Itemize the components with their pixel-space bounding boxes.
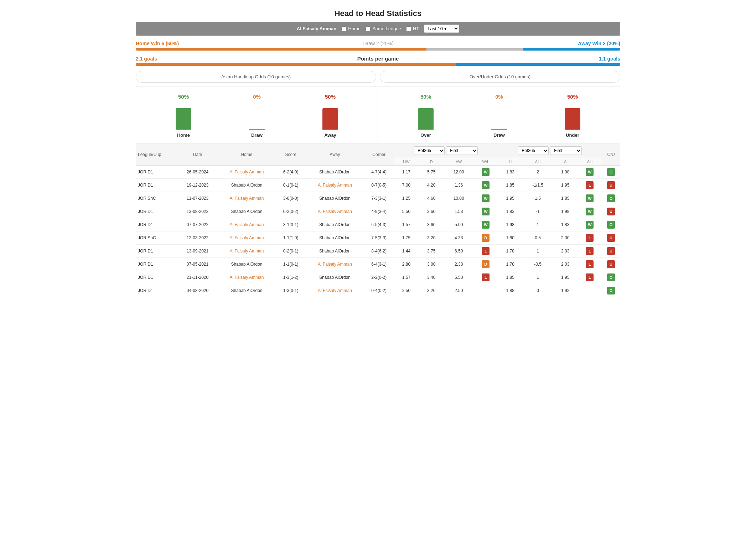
team-filter-row: Al Faisaly Amman Home Same League HT Las…	[136, 22, 620, 36]
first-select-1[interactable]: FirstSecond	[446, 146, 478, 155]
bet365-select-2[interactable]: Bet3651xBet	[518, 146, 549, 155]
cell-ah: 1.5	[523, 192, 553, 205]
table-row: JOR D1 07-05-2021 Shabab AlOrdon 1-1(0-1…	[136, 258, 620, 271]
table-row: JOR D1 13-09-2021 Al Faisaly Amman 0-2(0…	[136, 245, 620, 258]
filter-home-checkbox[interactable]	[341, 26, 346, 31]
cell-wl: W	[474, 166, 498, 179]
home-win-label: Home Win 6 (60%)	[136, 41, 179, 46]
cell-aw: 6.50	[444, 245, 474, 258]
chart-over-bar-wrap	[418, 101, 434, 130]
cell-h: 1.95	[498, 192, 523, 205]
cell-league: JOR ShC	[136, 231, 178, 245]
filter-same-league-label[interactable]: Same League	[366, 26, 401, 31]
cell-wl: W	[474, 218, 498, 231]
chart-under-bar-wrap	[565, 101, 580, 130]
cell-ah: 0	[523, 284, 553, 297]
last-select[interactable]: Last 10 ▾ Last 5 Last 20	[424, 25, 459, 33]
team-home-link[interactable]: Al Faisaly Amman	[229, 170, 264, 174]
th-score: Score	[276, 144, 306, 166]
cell-date: 04-08-2020	[178, 284, 218, 297]
cell-away: Shabab AlOrdon	[306, 218, 364, 231]
chart-item-draw: 0% Draw	[246, 94, 268, 138]
cell-aw: 1.36	[444, 179, 474, 192]
cell-score: 1-3(0-1)	[276, 284, 306, 297]
th-asian-group: Bet3651xBet FirstSecond	[394, 144, 498, 158]
filter-same-league-checkbox[interactable]	[366, 26, 371, 31]
badge-d: D	[482, 234, 490, 242]
first-select-2[interactable]: FirstSecond	[550, 146, 582, 155]
cell-corner: 6-4(3-1)	[364, 258, 394, 271]
cell-ah: -1/1.5	[523, 179, 553, 192]
badge-ah2-l: L	[586, 273, 594, 281]
cell-aw: 10.00	[444, 192, 474, 205]
cell-ou: O	[602, 218, 620, 231]
team-home-link[interactable]: Al Faisaly Amman	[229, 235, 264, 240]
cell-ah2: W	[578, 166, 602, 179]
filter-ht-label[interactable]: HT	[406, 26, 419, 31]
th-ou-group: Bet3651xBet FirstSecond	[498, 144, 602, 158]
th-a: A	[553, 158, 578, 166]
team-away-link[interactable]: Al Faisaly Amman	[318, 288, 352, 293]
cell-ou: U	[602, 258, 620, 271]
chart-draw-pct: 0%	[253, 94, 261, 100]
cell-league: JOR D1	[136, 271, 178, 284]
chart-item-home: 50% Home	[173, 94, 194, 138]
cell-h: 1.85	[498, 271, 523, 284]
chart-draw2-bar-wrap	[491, 101, 507, 130]
chart-draw-bar-wrap	[249, 101, 265, 130]
cell-league: JOR D1	[136, 218, 178, 231]
wdl-progress-bar	[136, 48, 620, 51]
cell-ou: U	[602, 179, 620, 192]
badge-ou-u: U	[607, 208, 615, 215]
team-home-link[interactable]: Al Faisaly Amman	[229, 275, 264, 280]
chart-under-pct: 50%	[567, 94, 578, 100]
cell-home: Shabab AlOrdon	[217, 179, 276, 192]
cell-a: 1.95	[553, 271, 578, 284]
wdl-row: Home Win 6 (60%) Draw 2 (20%) Away Win 2…	[136, 38, 620, 48]
cell-a: 1.95	[553, 179, 578, 192]
cell-wl: W	[474, 192, 498, 205]
th-ou: O/U	[602, 144, 620, 166]
cell-d: 3.60	[419, 205, 444, 218]
cell-hw: 1.57	[394, 271, 419, 284]
filter-home-label[interactable]: Home	[341, 26, 361, 31]
chart-home-bar	[176, 108, 191, 130]
cell-ou: U	[602, 231, 620, 245]
badge-ou-o: O	[607, 287, 615, 294]
cell-hw: 1.75	[394, 231, 419, 245]
team-away-link[interactable]: Al Faisaly Amman	[318, 209, 352, 214]
cell-ah2: W	[578, 218, 602, 231]
progress-home	[136, 48, 426, 51]
charts-row: 50% Home 0% Draw 50% Away	[136, 86, 620, 144]
cell-date: 13-08-2022	[178, 205, 218, 218]
badge-ou-u: U	[607, 247, 615, 255]
th-wl: W/L	[474, 158, 498, 166]
team-away-link[interactable]: Al Faisaly Amman	[318, 183, 352, 188]
cell-score: 0-1(0-1)	[276, 179, 306, 192]
team-home-link[interactable]: Al Faisaly Amman	[229, 249, 264, 254]
chart-over-label: Over	[420, 132, 431, 138]
chart-item-over: 50% Over	[415, 94, 436, 138]
cell-date: 11-07-2023	[178, 192, 218, 205]
cell-corner: 7-3(3-1)	[364, 192, 394, 205]
team-home-link[interactable]: Al Faisaly Amman	[229, 222, 264, 227]
draw-label: Draw 2 (20%)	[363, 41, 394, 46]
cell-score: 0-2(0-1)	[276, 245, 306, 258]
chart-over-under: 50% Over 0% Draw 50% Under	[378, 86, 620, 144]
cell-wl: D	[474, 231, 498, 245]
cell-home: Al Faisaly Amman	[217, 192, 276, 205]
bet365-select-1[interactable]: Bet3651xBet	[414, 146, 445, 155]
chart-under-label: Under	[566, 132, 579, 138]
team-away-link[interactable]: Al Faisaly Amman	[318, 262, 352, 267]
cell-away: Al Faisaly Amman	[306, 284, 364, 297]
cell-corner: 4-9(3-4)	[364, 205, 394, 218]
team-home-link[interactable]: Al Faisaly Amman	[229, 196, 264, 201]
odds-sections: Asian Handicap Odds (10 games) Over/Unde…	[136, 71, 620, 83]
badge-ou-o: O	[607, 168, 615, 176]
team-home-plain: Shabab AlOrdon	[231, 183, 262, 188]
cell-hw: 1.44	[394, 245, 419, 258]
cell-a: 2.03	[553, 245, 578, 258]
cell-league: JOR D1	[136, 166, 178, 179]
cell-corner: 8-4(6-2)	[364, 245, 394, 258]
filter-ht-checkbox[interactable]	[406, 26, 411, 31]
